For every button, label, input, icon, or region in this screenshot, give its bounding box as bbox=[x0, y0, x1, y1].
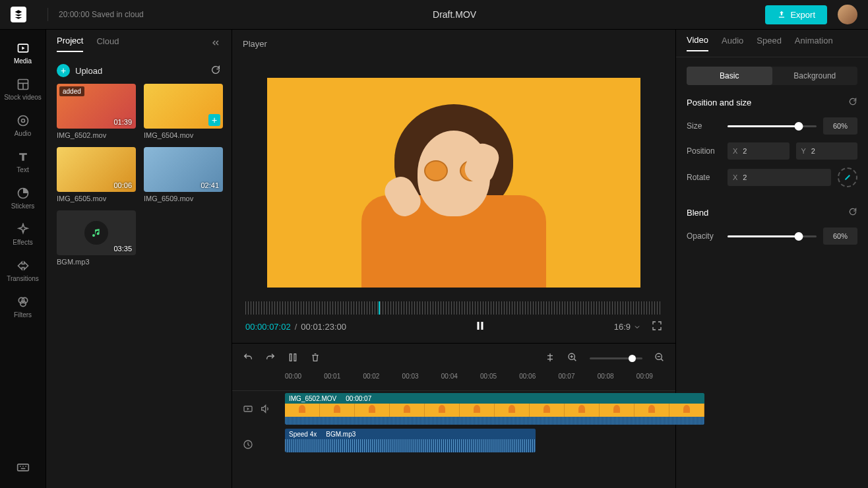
fullscreen-icon bbox=[652, 320, 662, 331]
reset-icon bbox=[848, 97, 857, 106]
player-header: Player bbox=[232, 30, 675, 57]
playhead-icon[interactable] bbox=[379, 301, 380, 315]
svg-point-11 bbox=[20, 466, 21, 467]
refresh-icon bbox=[210, 65, 221, 75]
subtab-background[interactable]: Background bbox=[772, 67, 858, 85]
current-time: 00:00:07:02 bbox=[245, 322, 291, 332]
svg-point-5 bbox=[21, 119, 24, 123]
sidebar-item-stock-videos[interactable]: Stock videos bbox=[0, 74, 46, 105]
rotate-x-input[interactable]: X2 bbox=[728, 169, 831, 186]
tab-speed[interactable]: Speed bbox=[757, 36, 782, 51]
zoom-slider[interactable] bbox=[590, 357, 642, 359]
scrubber[interactable] bbox=[232, 295, 675, 315]
media-item[interactable]: + IMG_6504.mov bbox=[144, 84, 223, 139]
undo-button[interactable] bbox=[243, 352, 253, 365]
svg-rect-14 bbox=[20, 468, 25, 470]
chevron-down-icon bbox=[633, 323, 641, 331]
sidebar-item-filters[interactable]: Filters bbox=[0, 291, 46, 322]
section-title: Position and size bbox=[687, 98, 751, 107]
reset-button[interactable] bbox=[848, 207, 857, 218]
sidebar-item-audio[interactable]: Audio bbox=[0, 110, 46, 141]
sidebar-item-effects[interactable]: Effects bbox=[0, 219, 46, 250]
size-slider[interactable] bbox=[728, 125, 817, 127]
keyboard-shortcuts-button[interactable] bbox=[0, 456, 46, 477]
upload-button[interactable]: + Upload bbox=[57, 64, 102, 77]
audio-clip[interactable]: Speed 4xBGM.mp3 bbox=[285, 429, 536, 452]
preview-canvas[interactable] bbox=[267, 78, 640, 288]
zoom-out-button[interactable] bbox=[654, 352, 665, 365]
zoom-in-icon bbox=[567, 352, 578, 363]
media-item[interactable]: added01:39 IMG_6502.mov bbox=[57, 84, 136, 139]
timeline: 00:00 00:01 00:02 00:03 00:04 00:05 00:0… bbox=[232, 343, 675, 488]
split-button[interactable] bbox=[288, 352, 298, 365]
split-icon bbox=[288, 352, 298, 363]
reset-button[interactable] bbox=[848, 97, 857, 108]
sidebar-item-text[interactable]: Text bbox=[0, 146, 46, 177]
timeline-ruler[interactable]: 00:00 00:01 00:02 00:03 00:04 00:05 00:0… bbox=[232, 373, 675, 391]
collapse-panel-button[interactable] bbox=[210, 38, 221, 50]
zoom-out-icon bbox=[654, 352, 665, 363]
transition-icon bbox=[16, 259, 30, 272]
opacity-slider[interactable] bbox=[728, 235, 817, 237]
tab-project[interactable]: Project bbox=[57, 36, 83, 52]
opacity-value[interactable]: 60% bbox=[823, 228, 857, 245]
svg-point-12 bbox=[22, 466, 24, 467]
divider bbox=[47, 8, 48, 21]
subtab-basic[interactable]: Basic bbox=[687, 67, 772, 85]
added-badge: added bbox=[59, 86, 84, 96]
tab-animation[interactable]: Animation bbox=[795, 36, 833, 51]
zoom-in-button[interactable] bbox=[567, 352, 578, 365]
export-label: Export bbox=[790, 10, 815, 20]
reset-icon bbox=[848, 207, 857, 216]
video-track-icon[interactable] bbox=[243, 404, 253, 414]
add-media-button[interactable]: + bbox=[208, 114, 220, 126]
size-value[interactable]: 60% bbox=[823, 117, 857, 135]
preview-area bbox=[232, 57, 675, 295]
app-logo[interactable] bbox=[11, 7, 26, 22]
svg-point-9 bbox=[20, 301, 25, 306]
fullscreen-button[interactable] bbox=[652, 320, 662, 333]
svg-rect-15 bbox=[477, 322, 479, 330]
svg-rect-16 bbox=[481, 322, 483, 330]
media-icon bbox=[16, 42, 30, 55]
save-status: 20:00:00 Saved in cloud bbox=[59, 10, 144, 19]
snap-button[interactable] bbox=[545, 352, 555, 365]
sidebar-item-stickers[interactable]: Stickers bbox=[0, 183, 46, 214]
video-clip[interactable]: IMG_6502.MOV00:00:07 bbox=[285, 393, 704, 425]
sidebar-item-media[interactable]: Media bbox=[0, 38, 46, 69]
sidebar-item-transitions[interactable]: Transitions bbox=[0, 255, 46, 286]
tab-cloud[interactable]: Cloud bbox=[96, 36, 119, 51]
media-item[interactable]: 02:41 IMG_6509.mov bbox=[144, 147, 223, 202]
position-x-input[interactable]: X2 bbox=[728, 142, 790, 160]
plus-icon: + bbox=[57, 64, 70, 77]
media-item[interactable]: 00:06 IMG_6505.mov bbox=[57, 147, 136, 202]
refresh-button[interactable] bbox=[210, 65, 221, 77]
rotate-button[interactable] bbox=[838, 168, 857, 187]
pause-icon bbox=[474, 320, 486, 332]
upload-icon bbox=[777, 10, 786, 19]
chevron-double-left-icon bbox=[210, 38, 221, 48]
section-title: Blend bbox=[687, 208, 708, 218]
aspect-ratio-button[interactable]: 16:9 bbox=[614, 322, 641, 332]
pause-button[interactable] bbox=[474, 320, 486, 334]
media-item[interactable]: 03:35 BGM.mp3 bbox=[57, 210, 136, 266]
slider-handle[interactable] bbox=[629, 355, 636, 362]
user-avatar[interactable] bbox=[838, 5, 857, 24]
upload-label: Upload bbox=[75, 66, 102, 76]
tab-audio[interactable]: Audio bbox=[722, 36, 743, 51]
tab-video[interactable]: Video bbox=[687, 35, 708, 51]
redo-icon bbox=[265, 352, 276, 363]
svg-point-4 bbox=[18, 116, 28, 126]
disc-icon bbox=[16, 114, 30, 127]
text-icon bbox=[16, 150, 30, 164]
media-panel: Project Cloud + Upload added01:39 IMG_65… bbox=[46, 30, 232, 488]
trash-icon bbox=[310, 352, 321, 363]
delete-button[interactable] bbox=[310, 352, 321, 365]
redo-button[interactable] bbox=[265, 352, 276, 365]
mute-track-icon[interactable] bbox=[260, 404, 270, 414]
svg-rect-17 bbox=[290, 353, 292, 361]
position-y-input[interactable]: Y2 bbox=[796, 142, 858, 160]
speed-track-icon[interactable] bbox=[243, 439, 253, 450]
layout-icon bbox=[16, 78, 30, 91]
export-button[interactable]: Export bbox=[765, 5, 827, 24]
